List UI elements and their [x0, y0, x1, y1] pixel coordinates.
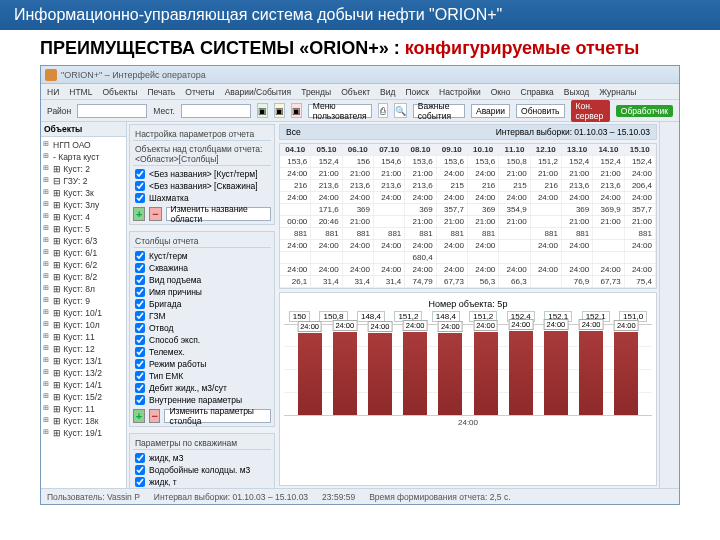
- events-button[interactable]: Важные события: [413, 104, 465, 118]
- column-item[interactable]: Бригада: [133, 298, 271, 310]
- checkbox[interactable]: [135, 335, 145, 345]
- tree-node[interactable]: ⊞ Куст: 10л: [43, 319, 124, 331]
- menu-item[interactable]: НИ: [47, 87, 59, 97]
- tree-node[interactable]: ⊞ Куст: 18к: [43, 415, 124, 427]
- status-icon-red[interactable]: ▣: [291, 103, 302, 118]
- checkbox[interactable]: [135, 359, 145, 369]
- tree-node[interactable]: ⊞ Куст: 15/2: [43, 391, 124, 403]
- param-item[interactable]: жидк, т: [133, 476, 271, 488]
- tree-node[interactable]: - Карта куст: [43, 151, 124, 163]
- column-item[interactable]: Отвод: [133, 322, 271, 334]
- menu-item[interactable]: Окно: [491, 87, 511, 97]
- column-item[interactable]: Скважина: [133, 262, 271, 274]
- search-icon[interactable]: 🔍: [394, 103, 407, 118]
- column-item[interactable]: Имя причины: [133, 286, 271, 298]
- checkbox[interactable]: [135, 181, 145, 191]
- tree-node[interactable]: ⊞ Куст: 6/1: [43, 247, 124, 259]
- tree-node[interactable]: ⊟ ГЗУ: 2: [43, 175, 124, 187]
- param-item[interactable]: Водобойные колодцы. м3: [133, 464, 271, 476]
- checkbox[interactable]: [135, 453, 145, 463]
- remove-object-button[interactable]: −: [149, 207, 161, 221]
- checkbox[interactable]: [135, 371, 145, 381]
- checkbox[interactable]: [135, 275, 145, 285]
- menu-item[interactable]: Печать: [147, 87, 175, 97]
- column-item[interactable]: Телемех.: [133, 346, 271, 358]
- print-icon[interactable]: ⎙: [378, 103, 388, 118]
- grid-cell: 24:00: [562, 192, 593, 203]
- menu-item[interactable]: Объекты: [102, 87, 137, 97]
- menu-item[interactable]: Объект: [341, 87, 370, 97]
- menu-item[interactable]: Журналы: [599, 87, 636, 97]
- checkbox[interactable]: [135, 193, 145, 203]
- tree-node[interactable]: ⊞ Куст: 13/2: [43, 367, 124, 379]
- tree-node[interactable]: ⊞ Куст: 11: [43, 403, 124, 415]
- object-item[interactable]: <Без названия> [Куст/терм]: [133, 168, 271, 180]
- column-item[interactable]: ГЗМ: [133, 310, 271, 322]
- menu-item[interactable]: Справка: [521, 87, 554, 97]
- menubar[interactable]: НИ HTML Объекты Печать Отчеты Аварии/Соб…: [41, 84, 679, 100]
- tree-node[interactable]: ⊞ Куст: 3лу: [43, 199, 124, 211]
- tree-node[interactable]: ⊞ Куст: 4: [43, 211, 124, 223]
- grid-row: 24:0024:0024:0024:0024:0024:0024:0024:00…: [280, 264, 656, 276]
- checkbox[interactable]: [135, 287, 145, 297]
- tree-node[interactable]: НГП ОАО: [43, 139, 124, 151]
- checkbox[interactable]: [135, 263, 145, 273]
- tree-node[interactable]: ⊞ Куст: 6/2: [43, 259, 124, 271]
- tree-node[interactable]: ⊞ Куст: 10/1: [43, 307, 124, 319]
- menu-item[interactable]: Аварии/События: [225, 87, 292, 97]
- status-icon-yellow[interactable]: ▣: [274, 103, 285, 118]
- column-item[interactable]: Тип ЕМК: [133, 370, 271, 382]
- menu-item[interactable]: Выход: [564, 87, 589, 97]
- object-item[interactable]: Шахматка: [133, 192, 271, 204]
- tree-node[interactable]: ⊞ Куст: 2: [43, 163, 124, 175]
- tree-node[interactable]: ⊞ Куст: 11: [43, 331, 124, 343]
- column-item[interactable]: Способ эксп.: [133, 334, 271, 346]
- tree-node[interactable]: ⊞ Куст: 13/1: [43, 355, 124, 367]
- status-icon-green[interactable]: ▣: [257, 103, 268, 118]
- rayon-dropdown[interactable]: [77, 104, 147, 118]
- checkbox[interactable]: [135, 323, 145, 333]
- checkbox[interactable]: [135, 465, 145, 475]
- tree-node[interactable]: ⊞ Куст: 8л: [43, 283, 124, 295]
- column-item[interactable]: Куст/терм: [133, 250, 271, 262]
- column-item[interactable]: Вид подъема: [133, 274, 271, 286]
- add-column-button[interactable]: +: [133, 409, 145, 423]
- checkbox[interactable]: [135, 311, 145, 321]
- menu-item[interactable]: Поиск: [405, 87, 429, 97]
- checkbox[interactable]: [135, 383, 145, 393]
- tree-node[interactable]: ⊞ Куст: 19/1: [43, 427, 124, 439]
- column-item[interactable]: Режим работы: [133, 358, 271, 370]
- param-item[interactable]: жидк, м3: [133, 452, 271, 464]
- checkbox[interactable]: [135, 169, 145, 179]
- data-grid[interactable]: 04.1005.1006.1007.1008.1009.1010.1011.10…: [279, 143, 657, 289]
- mest-dropdown[interactable]: [181, 104, 251, 118]
- object-item[interactable]: <Без названия> [Скважина]: [133, 180, 271, 192]
- tree-node[interactable]: ⊞ Куст: 6/3: [43, 235, 124, 247]
- add-object-button[interactable]: +: [133, 207, 145, 221]
- rename-object-button[interactable]: Изменить название области: [166, 207, 271, 221]
- user-menu-button[interactable]: Меню пользователя: [308, 104, 372, 118]
- column-item[interactable]: Дебит жидк., м3/сут: [133, 382, 271, 394]
- refresh-button[interactable]: Обновить: [516, 104, 565, 118]
- checkbox[interactable]: [135, 347, 145, 357]
- object-tree[interactable]: НГП ОАО- Карта куст⊞ Куст: 2⊟ ГЗУ: 2⊞ Ку…: [41, 137, 126, 441]
- tree-node[interactable]: ⊞ Куст: 14/1: [43, 379, 124, 391]
- checkbox[interactable]: [135, 251, 145, 261]
- alarms-button[interactable]: Аварии: [471, 104, 510, 118]
- menu-item[interactable]: HTML: [69, 87, 92, 97]
- tree-node[interactable]: ⊞ Куст: 12: [43, 343, 124, 355]
- menu-item[interactable]: Вид: [380, 87, 395, 97]
- checkbox[interactable]: [135, 299, 145, 309]
- tree-node[interactable]: ⊞ Куст: 9: [43, 295, 124, 307]
- tree-node[interactable]: ⊞ Куст: 3к: [43, 187, 124, 199]
- column-item[interactable]: Внутренние параметры: [133, 394, 271, 406]
- remove-column-button[interactable]: −: [149, 409, 161, 423]
- menu-item[interactable]: Отчеты: [185, 87, 214, 97]
- edit-column-button[interactable]: Изменить параметры столбца: [164, 409, 271, 423]
- checkbox[interactable]: [135, 395, 145, 405]
- menu-item[interactable]: Тренды: [301, 87, 331, 97]
- tree-node[interactable]: ⊞ Куст: 5: [43, 223, 124, 235]
- tree-node[interactable]: ⊞ Куст: 8/2: [43, 271, 124, 283]
- checkbox[interactable]: [135, 477, 145, 487]
- menu-item[interactable]: Настройки: [439, 87, 481, 97]
